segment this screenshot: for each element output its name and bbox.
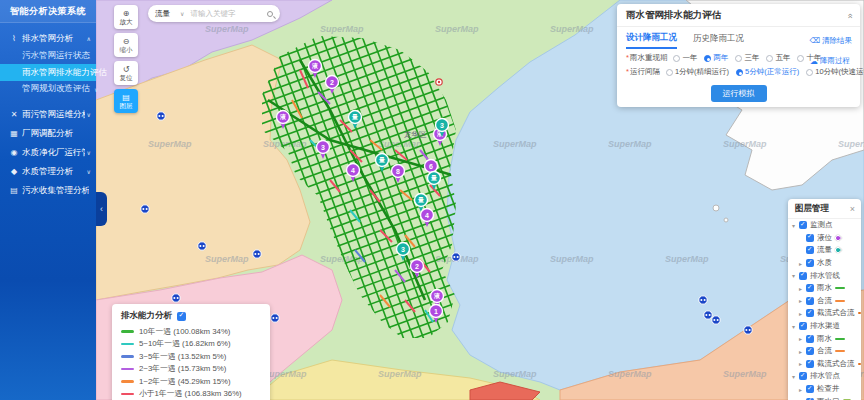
legend-checkbox[interactable] — [177, 312, 186, 321]
svg-text:2: 2 — [330, 79, 334, 86]
map-tool-缩小[interactable]: ⊖缩小 — [114, 33, 138, 57]
layer-checkbox[interactable] — [799, 272, 807, 280]
water-quality-point[interactable] — [744, 326, 752, 334]
layer-manager-header: 图层管理 × — [788, 199, 861, 219]
chevron-icon: ∨ — [87, 149, 91, 156]
layer-node-水质[interactable]: ▸水质 — [788, 257, 861, 270]
layer-label: 雨水 — [817, 334, 832, 344]
water-quality-point[interactable] — [699, 296, 707, 304]
layer-checkbox[interactable] — [806, 246, 814, 254]
legend-item-5: 小于1年一遇 (106.83km 36%) — [121, 388, 262, 400]
radio-option-1-2[interactable]: 10分钟(快速运行) — [806, 67, 864, 77]
sidebar-item-3[interactable]: ◉水质净化厂运行管理∨ — [0, 143, 96, 162]
chevron-icon: ∨ — [87, 168, 91, 175]
legend-items: 10年一遇 (100.08km 34%)5~10年一遇 (16.82km 6%)… — [121, 325, 262, 400]
legend-item-0: 10年一遇 (100.08km 34%) — [121, 325, 262, 338]
radio-option-0-2[interactable]: 三年 — [735, 53, 759, 63]
layer-checkbox[interactable] — [806, 309, 814, 317]
legend-item-3: 2~3年一遇 (15.73km 5%) — [121, 363, 262, 376]
layer-node-排水管点[interactable]: ▾排水管点 — [788, 370, 861, 383]
water-quality-point[interactable] — [253, 250, 261, 258]
collect-doc-icon: ▤ — [9, 186, 19, 195]
sidebar-item-0[interactable]: ⌇排水管网分析∧ — [0, 29, 96, 48]
layer-checkbox[interactable] — [806, 259, 814, 267]
radio-option-0-0[interactable]: 一年 — [673, 53, 697, 63]
legend-item-1: 5~10年一遇 (16.82km 6%) — [121, 338, 262, 351]
radio-option-0-3[interactable]: 五年 — [766, 53, 790, 63]
layer-node-排水渠道[interactable]: ▾排水渠道 — [788, 320, 861, 333]
sidebar-item-4[interactable]: ◆水质管理分析∨ — [0, 162, 96, 181]
map-tool-复位[interactable]: ↺复位 — [114, 61, 138, 85]
layer-checkbox[interactable] — [806, 234, 814, 242]
water-quality-point[interactable] — [141, 205, 149, 213]
tab-design-rain[interactable]: 设计降雨工况 — [626, 32, 677, 49]
layer-checkbox[interactable] — [799, 322, 807, 330]
search-icon[interactable] — [267, 11, 273, 17]
map-canvas[interactable]: SuperMapSuperMapSuperMapSuperMapSuperMap… — [96, 0, 864, 400]
svg-text:液: 液 — [279, 113, 287, 120]
svg-text:3: 3 — [401, 246, 405, 253]
radio-option-1-1[interactable]: 5分钟(正常运行) — [736, 67, 799, 77]
svg-text:量: 量 — [417, 196, 424, 203]
map-tool-放大[interactable]: ⊕放大 — [114, 5, 138, 29]
layer-node-雨水[interactable]: ▸雨水 — [788, 282, 861, 295]
tab-history-rain[interactable]: 历史降雨工况 — [693, 33, 744, 48]
sidebar-item-label: 水质管理分析 — [22, 166, 85, 178]
collapse-panel-icon[interactable]: » — [844, 13, 854, 18]
sidebar-item-5[interactable]: ▤污水收集管理分析 — [0, 181, 96, 200]
legend-label: 3~5年一遇 (13.52km 5%) — [139, 351, 226, 362]
layer-checkbox[interactable] — [806, 297, 814, 305]
clear-results-link[interactable]: ⌫清除结果 — [809, 36, 852, 46]
water-quality-point[interactable] — [157, 112, 165, 120]
layer-node-流量[interactable]: 流量 — [788, 244, 861, 257]
search-type-select[interactable]: 流量 — [155, 9, 170, 19]
layer-manager-panel: 图层管理 × ▾监测点液位流量▸水质▾排水管线▸雨水▸合流▸截流式合流▾排水渠道… — [788, 199, 861, 400]
layer-node-液位[interactable]: 液位 — [788, 232, 861, 245]
water-quality-point[interactable] — [172, 294, 180, 302]
layer-node-雨水[interactable]: ▸雨水 — [788, 332, 861, 345]
rain-process-link[interactable]: ☁降雨过程 — [810, 56, 850, 66]
sidebar-subitem-0-1[interactable]: 雨水管网排水能力评估 — [0, 64, 96, 81]
radio-option-1-0[interactable]: 1分钟(精细运行) — [666, 67, 729, 77]
sidebar-item-2[interactable]: ▦厂网调配分析 — [0, 124, 96, 143]
sidebar-subitem-0-0[interactable]: 污水管网运行状态 — [0, 48, 96, 64]
layer-checkbox[interactable] — [806, 347, 814, 355]
sidebar-item-label: 雨污管网运维分析 — [22, 109, 85, 121]
map-tool-图层[interactable]: ▤图层 — [114, 89, 138, 113]
layer-checkbox[interactable] — [799, 221, 807, 229]
line-style-icon — [858, 363, 862, 365]
layer-node-监测点[interactable]: ▾监测点 — [788, 219, 861, 232]
water-quality-point[interactable] — [271, 314, 279, 322]
svg-text:2: 2 — [415, 263, 419, 270]
layer-checkbox[interactable] — [799, 372, 807, 380]
layer-checkbox[interactable] — [806, 385, 814, 393]
layer-node-截流式合流[interactable]: ▸截流式合流 — [788, 307, 861, 320]
layer-checkbox[interactable] — [806, 284, 814, 292]
radio-icon — [735, 55, 742, 62]
water-quality-point[interactable] — [712, 316, 720, 324]
sidebar-item-1[interactable]: ✕雨污管网运维分析∨ — [0, 105, 96, 124]
field-label: *运行间隔 — [626, 67, 660, 77]
sidebar-subitem-0-2[interactable]: 管网规划改造评估∨ — [0, 81, 96, 97]
eval-tabs: 设计降雨工况 历史降雨工况 ⌫清除结果 — [617, 27, 860, 49]
tool-label: 图层 — [120, 102, 133, 110]
expand-arrow-icon: ▾ — [792, 222, 799, 229]
layer-node-检查井[interactable]: ▸检查井 — [788, 383, 861, 396]
sidebar-collapse-handle[interactable]: ‹ — [96, 192, 107, 226]
radio-option-0-1[interactable]: 两年 — [704, 53, 728, 63]
search-input[interactable] — [190, 9, 267, 18]
tool-label: 缩小 — [120, 46, 133, 54]
water-quality-point[interactable] — [452, 253, 460, 261]
water-quality-point[interactable] — [704, 311, 712, 319]
close-icon[interactable]: × — [850, 204, 855, 214]
layer-checkbox[interactable] — [806, 360, 814, 368]
layer-node-合流[interactable]: ▸合流 — [788, 345, 861, 358]
run-simulation-button[interactable]: 运行模拟 — [711, 85, 767, 102]
svg-text:液: 液 — [433, 292, 441, 299]
layer-node-雨水口[interactable]: 雨水口 — [788, 395, 861, 400]
layer-node-合流[interactable]: ▸合流 — [788, 295, 861, 308]
layer-node-排水管线[interactable]: ▾排水管线 — [788, 269, 861, 282]
layer-node-截流式合流[interactable]: ▸截流式合流 — [788, 358, 861, 371]
layer-checkbox[interactable] — [806, 335, 814, 343]
water-quality-point[interactable] — [198, 242, 206, 250]
